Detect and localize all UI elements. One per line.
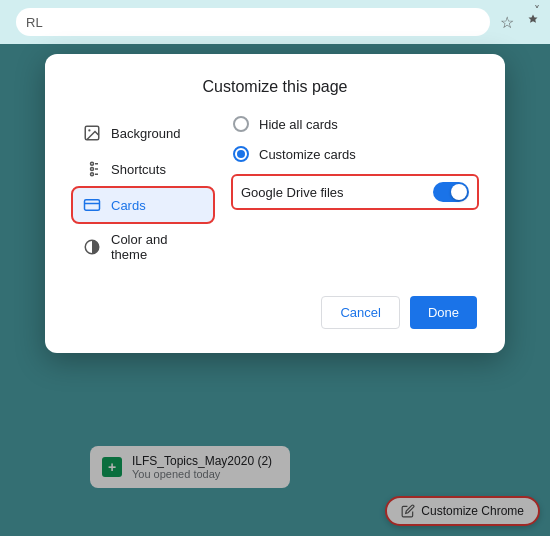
browser-bar: ˅ RL ☆ <box>0 0 550 44</box>
left-nav: Background <box>73 116 213 272</box>
url-bar[interactable]: RL <box>16 8 490 36</box>
cards-label: Cards <box>111 198 146 213</box>
url-text: RL <box>26 15 43 30</box>
svg-point-3 <box>91 168 94 171</box>
customize-label: Customize cards <box>259 147 356 162</box>
dialog-overlay: Customize this page Background <box>0 44 550 536</box>
sidebar-item-color-theme[interactable]: Color and theme <box>73 224 213 270</box>
svg-point-4 <box>91 173 94 176</box>
background-label: Background <box>111 126 180 141</box>
hide-all-radio[interactable] <box>233 116 249 132</box>
customize-radio[interactable] <box>233 146 249 162</box>
done-button[interactable]: Done <box>410 296 477 329</box>
hide-all-cards-option[interactable]: Hide all cards <box>233 116 477 132</box>
sidebar-item-background[interactable]: Background <box>73 116 213 150</box>
color-theme-label: Color and theme <box>111 232 203 262</box>
star-icon[interactable]: ☆ <box>498 13 516 31</box>
shortcuts-icon <box>83 160 101 178</box>
cards-section: Google Drive files <box>233 176 477 208</box>
svg-point-1 <box>88 129 90 131</box>
google-drive-toggle[interactable] <box>433 182 469 202</box>
content-area: + ILFS_Topics_May2020 (2) You opened tod… <box>0 44 550 536</box>
chevron-down-icon: ˅ <box>534 4 540 18</box>
dialog-footer: Cancel Done <box>73 296 477 329</box>
cards-icon <box>83 196 101 214</box>
google-drive-label: Google Drive files <box>241 185 344 200</box>
google-drive-row: Google Drive files <box>241 182 469 202</box>
hide-all-label: Hide all cards <box>259 117 338 132</box>
cancel-button[interactable]: Cancel <box>321 296 399 329</box>
customize-dialog: Customize this page Background <box>45 54 505 353</box>
shortcuts-label: Shortcuts <box>111 162 166 177</box>
toggle-knob <box>451 184 467 200</box>
dialog-body: Background <box>73 116 477 272</box>
svg-point-2 <box>91 162 94 165</box>
customize-cards-option[interactable]: Customize cards <box>233 146 477 162</box>
dialog-title: Customize this page <box>73 78 477 96</box>
right-content: Hide all cards Customize cards Google Dr… <box>233 116 477 272</box>
svg-rect-8 <box>85 200 100 211</box>
sidebar-item-shortcuts[interactable]: Shortcuts <box>73 152 213 186</box>
background-icon <box>83 124 101 142</box>
color-theme-icon <box>83 238 101 256</box>
sidebar-item-cards[interactable]: Cards <box>73 188 213 222</box>
